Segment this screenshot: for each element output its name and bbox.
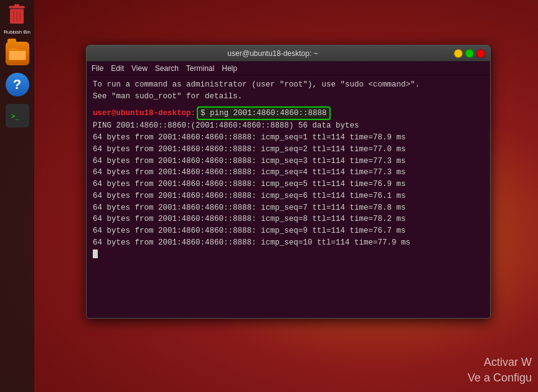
prompt-command: $ ping 2001:4860:4860::8888: [197, 106, 331, 121]
prompt-user: user@ubuntu18-desktop:: [93, 108, 196, 119]
dock-item-files[interactable]: [5, 41, 30, 66]
sudo-notice-line1: To run a command as administrator (user …: [93, 79, 484, 91]
ping-line-8: 64 bytes from 2001:4860:4860::8888: icmp…: [93, 213, 484, 225]
activar-line1: Activar W: [468, 355, 532, 370]
terminal-window: user@ubuntu18-desktop: ~ File Edit View …: [86, 45, 491, 319]
dock: Rubbish Bin ?: [0, 0, 34, 392]
ping-line-4: 64 bytes from 2001:4860:4860::8888: icmp…: [93, 167, 484, 179]
menu-help[interactable]: Help: [222, 64, 237, 73]
menu-terminal[interactable]: Terminal: [186, 64, 214, 73]
terminal-menubar: File Edit View Search Terminal Help: [87, 62, 490, 75]
close-button[interactable]: [476, 49, 485, 58]
dock-item-help[interactable]: ?: [5, 72, 30, 97]
help-icon: ?: [5, 72, 30, 97]
ping-header: PING 2001:4860::8860:(2001:4860:4860::88…: [93, 120, 484, 132]
ping-line-6: 64 bytes from 2001:4860:4860::8888: icmp…: [93, 190, 484, 202]
cursor-line: [93, 249, 484, 261]
ping-line-5: 64 bytes from 2001:4860:4860::8888: icmp…: [93, 179, 484, 190]
sudo-notice-line2: See "man sudo_root" for details.: [93, 91, 484, 103]
menu-file[interactable]: File: [92, 64, 103, 73]
terminal-titlebar: user@ubuntu18-desktop: ~: [87, 45, 490, 62]
command-prompt-line: user@ubuntu18-desktop: $ ping 2001:4860:…: [93, 106, 484, 121]
ping-line-7: 64 bytes from 2001:4860:4860::8888: icmp…: [93, 202, 484, 214]
menu-edit[interactable]: Edit: [111, 64, 124, 73]
ping-line-1: 64 bytes from 2001:4860:4860::8888: icmp…: [93, 132, 484, 144]
prompt-symbol: $: [201, 109, 210, 118]
minimize-button[interactable]: [454, 49, 463, 58]
terminal-dock-icon: >_: [5, 103, 30, 128]
activar-line2: Ve a Configu: [468, 370, 532, 386]
rubbish-bin-label: Rubbish Bin: [4, 29, 31, 35]
ping-line-2: 64 bytes from 2001:4860:4860::8888: icmp…: [93, 144, 484, 156]
terminal-content: To run a command as administrator (user …: [87, 75, 490, 318]
terminal-title: user@ubuntu18-desktop: ~: [92, 49, 454, 58]
menu-view[interactable]: View: [131, 64, 148, 73]
desktop: Rubbish Bin ?: [0, 0, 538, 392]
svg-text:>_: >_: [11, 112, 20, 120]
ping-line-10: 64 bytes from 2001:4860:4860::8888: icmp…: [93, 237, 484, 249]
maximize-button[interactable]: [465, 49, 474, 58]
ping-line-3: 64 bytes from 2001:4860:4860::8888: icmp…: [93, 156, 484, 167]
activar-watermark: Activar W Ve a Configu: [468, 355, 532, 386]
dock-item-rubbish-bin[interactable]: Rubbish Bin: [4, 3, 31, 35]
ping-line-9: 64 bytes from 2001:4860:4860::8888: icmp…: [93, 225, 484, 237]
window-controls: [454, 49, 485, 58]
command-text: ping 2001:4860:4860::8888: [210, 109, 327, 118]
cursor: [93, 250, 98, 258]
menu-search[interactable]: Search: [155, 64, 179, 73]
dock-item-terminal[interactable]: >_: [5, 103, 30, 128]
rubbish-bin-icon: [4, 3, 29, 28]
svg-rect-1: [14, 4, 19, 6]
files-icon: [5, 41, 30, 66]
